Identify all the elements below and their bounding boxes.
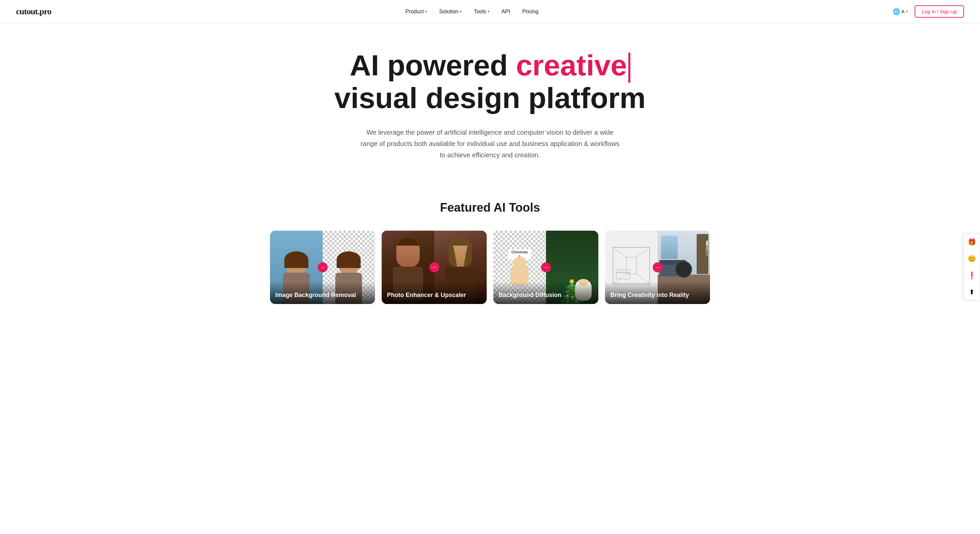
scroll-top-button[interactable]: ⬆: [964, 284, 980, 300]
lang-label: A: [901, 9, 905, 14]
login-button[interactable]: Log in / Sign up: [915, 5, 964, 17]
floating-sidebar: 🎁 😊 ❗ ⬆: [963, 234, 980, 300]
tools-chevron-icon: ▾: [488, 10, 490, 14]
tool-label-bg-diffusion: Background Diffusion: [493, 282, 598, 304]
svg-line-4: [613, 247, 626, 257]
featured-title: Featured AI Tools: [270, 201, 710, 215]
alert-button[interactable]: ❗: [964, 267, 980, 283]
language-button[interactable]: 🌐 A ▾: [892, 8, 908, 15]
tools-grid: → Image Background Removal: [270, 230, 710, 304]
nav-right: 🌐 A ▾ Log in / Sign up: [892, 5, 964, 17]
nav-product[interactable]: Product ▾: [405, 9, 427, 15]
logo[interactable]: cutout.pro: [16, 7, 51, 17]
tool-card-creativity[interactable]: → Bring Creativity into Reality: [605, 230, 710, 304]
tool-label-bg-removal: Image Background Removal: [270, 282, 375, 304]
tool-card-bg-diffusion[interactable]: Christmas+ 🎄: [493, 230, 598, 304]
alert-icon: ❗: [968, 271, 976, 279]
gift-button[interactable]: 🎁: [964, 234, 980, 250]
hero-section: AI powered creative visual design platfo…: [257, 23, 723, 201]
avatar-button[interactable]: 😊: [964, 251, 980, 267]
hero-title-highlight: creative: [516, 49, 627, 82]
upload-icon: ⬆: [969, 288, 975, 296]
nav-pricing[interactable]: Pricing: [522, 9, 538, 15]
product-chevron-icon: ▾: [425, 10, 427, 14]
hero-title: AI powered creative visual design platfo…: [270, 50, 710, 113]
tool-label-photo-enhancer: Photo Enhancer & Upscaler: [382, 282, 487, 304]
nav-api[interactable]: API: [502, 9, 510, 15]
tool-card-photo-enhancer[interactable]: → Photo Enhancer & Upscaler: [382, 230, 487, 304]
solution-chevron-icon: ▾: [460, 10, 462, 14]
cursor-blink: [628, 52, 630, 83]
hero-description: We leverage the power of artificial inte…: [360, 127, 620, 161]
svg-rect-8: [626, 257, 636, 274]
nav-tools[interactable]: Tools ▾: [474, 9, 489, 15]
featured-section: Featured AI Tools: [257, 201, 723, 331]
nav-solution[interactable]: Solution ▾: [439, 9, 462, 15]
hero-title-part1: AI powered: [350, 49, 516, 82]
svg-rect-9: [616, 272, 630, 279]
avatar-icon: 😊: [968, 255, 976, 263]
svg-line-5: [636, 247, 650, 257]
lang-chevron-icon: ▾: [906, 10, 908, 14]
gift-icon: 🎁: [968, 238, 976, 246]
tool-label-creativity: Bring Creativity into Reality: [605, 282, 710, 304]
hero-title-part2: visual design platform: [334, 81, 646, 114]
tool-card-bg-removal[interactable]: → Image Background Removal: [270, 230, 375, 304]
translate-icon: 🌐: [892, 8, 900, 15]
logo-text: cutout.pro: [16, 7, 51, 16]
navbar: cutout.pro Product ▾ Solution ▾ Tools ▾ …: [0, 0, 980, 23]
nav-links: Product ▾ Solution ▾ Tools ▾ API Pricing: [405, 9, 538, 15]
